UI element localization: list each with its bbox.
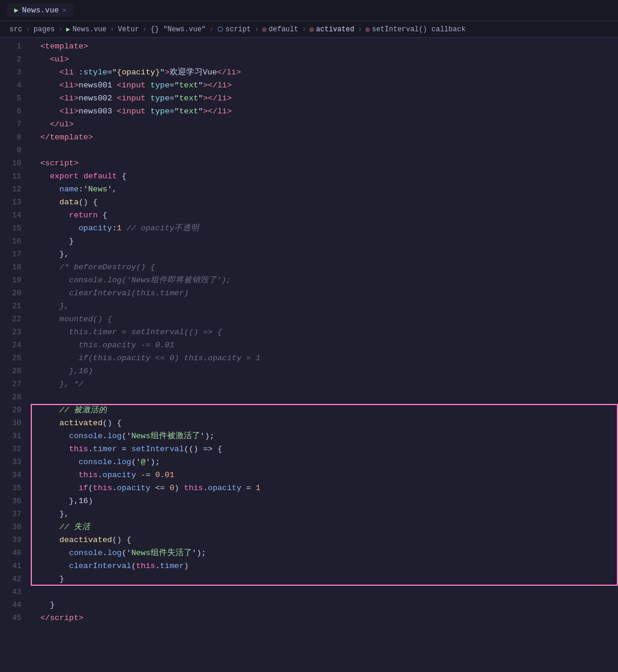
code-line: 33 console.log('@'); <box>0 456 618 469</box>
line-content: clearInterval(this.timer) <box>31 287 618 300</box>
code-line: 28 <box>0 391 618 404</box>
code-line: 38 // 失活 <box>0 521 618 534</box>
line-content: },16) <box>31 365 618 378</box>
line-content: this.opacity -= 0.01 <box>31 469 618 482</box>
line-content: console.log('News组件即将被销毁了'); <box>31 274 618 287</box>
bc-json: {} "News.vue" <box>151 25 206 34</box>
line-content: <script> <box>31 157 618 170</box>
line-content: deactivated() { <box>31 534 618 547</box>
line-content: }, <box>31 300 618 313</box>
line-number: 25 <box>0 352 31 365</box>
line-number: 10 <box>0 157 31 170</box>
line-number: 34 <box>0 469 31 482</box>
line-number: 4 <box>0 79 31 92</box>
line-number: 13 <box>0 196 31 209</box>
code-line: 39 deactivated() { <box>0 534 618 547</box>
tab-close-button[interactable]: × <box>63 7 67 14</box>
line-number: 31 <box>0 430 31 443</box>
bc-src: src <box>9 25 22 34</box>
line-content: this.timer = setInterval(() => { <box>31 326 618 339</box>
code-line: 25 if(this.opacity <= 0) this.opacity = … <box>0 352 618 365</box>
line-number: 29 <box>0 404 31 417</box>
line-content: </template> <box>31 131 618 144</box>
line-number: 42 <box>0 573 31 586</box>
line-number: 24 <box>0 339 31 352</box>
title-bar: ▶ News.vue × <box>0 0 618 21</box>
tab-title: News.vue <box>22 6 58 15</box>
code-line: 23 this.timer = setInterval(() => { <box>0 326 618 339</box>
code-line: 40 console.log('News组件失活了'); <box>0 547 618 560</box>
code-line: 26 },16) <box>0 365 618 378</box>
code-line: 12 name:'News', <box>0 183 618 196</box>
code-line: 5 <li>news002 <input type="text"></li> <box>0 92 618 105</box>
line-number: 33 <box>0 456 31 469</box>
bc-newsvue: News.vue <box>73 25 107 34</box>
code-line: 34 this.opacity -= 0.01 <box>0 469 618 482</box>
code-line: 8 </template> <box>0 131 618 144</box>
line-number: 36 <box>0 495 31 508</box>
line-number: 7 <box>0 118 31 131</box>
breadcrumb: src › pages › ▶ News.vue › Vetur › {} "N… <box>0 21 618 38</box>
line-number: 43 <box>0 586 31 599</box>
code-line: 41 clearInterval(this.timer) <box>0 560 618 573</box>
editor-tab[interactable]: ▶ News.vue × <box>7 4 73 17</box>
line-number: 20 <box>0 287 31 300</box>
code-line: 6 <li>news003 <input type="text"></li> <box>0 105 618 118</box>
code-line: 14 return { <box>0 209 618 222</box>
line-content: opacity:1 // opacity不透明 <box>31 222 618 235</box>
line-number: 11 <box>0 170 31 183</box>
line-number: 21 <box>0 300 31 313</box>
line-number: 28 <box>0 391 31 404</box>
code-line: 18 /* beforeDestroy() { <box>0 261 618 274</box>
line-content: <template> <box>31 40 618 53</box>
line-content: data() { <box>31 196 618 209</box>
line-number: 44 <box>0 599 31 612</box>
line-content: <li>news003 <input type="text"></li> <box>31 105 618 118</box>
line-content: }, */ <box>31 378 618 391</box>
code-line: 44 } <box>0 599 618 612</box>
line-content: mounted() { <box>31 313 618 326</box>
bc-vetur: Vetur <box>118 25 139 34</box>
line-content: <ul> <box>31 53 618 66</box>
code-line: 4 <li>news001 <input type="text"></li> <box>0 79 618 92</box>
code-line: 13 data() { <box>0 196 618 209</box>
code-line: 36 },16) <box>0 495 618 508</box>
line-content <box>31 144 618 157</box>
line-number: 17 <box>0 248 31 261</box>
line-number: 5 <box>0 92 31 105</box>
bc-activated-icon: ◎ <box>310 25 314 33</box>
line-content: }, <box>31 508 618 521</box>
line-number: 18 <box>0 261 31 274</box>
code-line: 32 this.timer = setInterval(() => { <box>0 443 618 456</box>
line-content: <li :style="{opacity}">欢迎学习Vue</li> <box>31 66 618 79</box>
line-content: console.log('@'); <box>31 456 618 469</box>
line-number: 41 <box>0 560 31 573</box>
bc-default-icon: ◎ <box>262 25 266 33</box>
code-line: 24 this.opacity -= 0.01 <box>0 339 618 352</box>
bc-setinterval-icon: ◎ <box>366 25 370 33</box>
line-number: 30 <box>0 417 31 430</box>
line-content: <li>news001 <input type="text"></li> <box>31 79 618 92</box>
line-number: 15 <box>0 222 31 235</box>
line-number: 35 <box>0 482 31 495</box>
line-content: this.opacity -= 0.01 <box>31 339 618 352</box>
line-number: 27 <box>0 378 31 391</box>
line-content: // 被激活的 <box>31 404 618 417</box>
code-line: 22 mounted() { <box>0 313 618 326</box>
code-line: 37 }, <box>0 508 618 521</box>
code-line: 31 console.log('News组件被激活了'); <box>0 430 618 443</box>
line-number: 8 <box>0 131 31 144</box>
line-content: console.log('News组件被激活了'); <box>31 430 618 443</box>
line-number: 39 <box>0 534 31 547</box>
code-line: 11 export default { <box>0 170 618 183</box>
line-content: } <box>31 599 618 612</box>
line-content: /* beforeDestroy() { <box>31 261 618 274</box>
code-line: 43 <box>0 586 618 599</box>
line-content: if(this.opacity <= 0) this.opacity = 1 <box>31 352 618 365</box>
line-number: 9 <box>0 144 31 157</box>
line-content: </ul> <box>31 118 618 131</box>
line-content: if(this.opacity <= 0) this.opacity = 1 <box>31 482 618 495</box>
line-number: 1 <box>0 40 31 53</box>
line-number: 19 <box>0 274 31 287</box>
line-content: <li>news002 <input type="text"></li> <box>31 92 618 105</box>
